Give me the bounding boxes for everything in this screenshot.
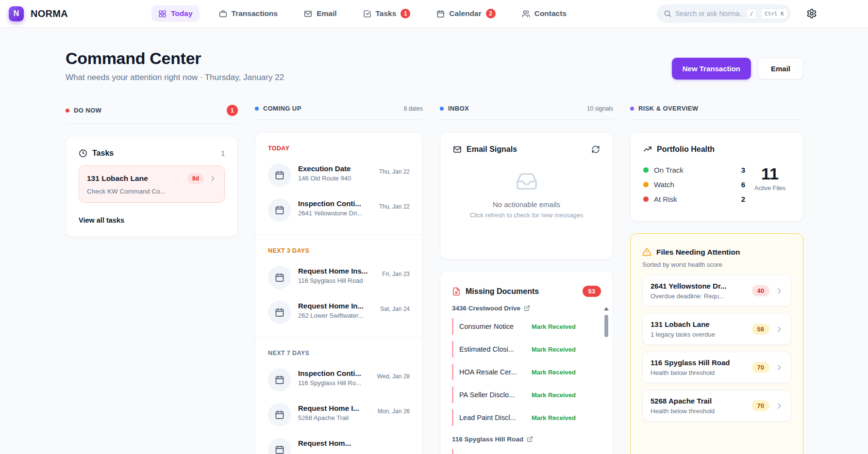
file-name: 131 Lobach Lane xyxy=(651,320,715,328)
do-now-header: DO NOW 1 xyxy=(66,105,238,124)
property-name: 3436 Crestwood Drive xyxy=(452,305,520,312)
search-input[interactable]: Search or ask Norma... / Ctrl K xyxy=(657,4,791,23)
mark-received-button[interactable]: Mark Received xyxy=(532,346,576,353)
event-row[interactable]: Request Home In... 262 Lower Swiftwater.… xyxy=(268,301,410,324)
nav-item-calendar[interactable]: Calendar 2 xyxy=(430,5,502,22)
brand[interactable]: N NORMA xyxy=(9,6,68,21)
brand-name: NORMA xyxy=(31,8,68,19)
event-date: Mon, Jan 26 xyxy=(378,403,410,415)
calendar-icon xyxy=(436,10,445,18)
view-all-tasks-link[interactable]: View all tasks xyxy=(79,216,225,224)
primary-nav: Today Transactions Email Tasks 1 Calenda… xyxy=(151,5,573,22)
scroll-up-arrow[interactable] xyxy=(604,307,609,310)
new-transaction-button[interactable]: New Transaction xyxy=(672,58,751,80)
nav-item-transactions[interactable]: Transactions xyxy=(212,5,285,22)
blue-dot-icon xyxy=(440,107,444,111)
event-row[interactable]: Inspection Conti... 116 Spyglass Hill Ro… xyxy=(268,368,410,391)
property-link[interactable]: 3436 Crestwood Drive xyxy=(452,305,601,312)
slash-key-hint: / xyxy=(746,8,757,19)
nav-label: Transactions xyxy=(232,9,278,18)
event-date: Thu, Jan 22 xyxy=(379,198,410,210)
event-date: Sat, Jan 24 xyxy=(380,301,410,312)
file-item[interactable]: 131 Lobach Lane 1 legacy tasks overdue 5… xyxy=(642,313,791,345)
event-row[interactable]: Execution Date 146 Old Route 940 Thu, Ja… xyxy=(268,163,410,187)
file-x-icon xyxy=(452,287,461,296)
green-dot-icon xyxy=(643,167,649,173)
tasks-card-title: Tasks xyxy=(92,149,114,158)
alert-triangle-icon xyxy=(642,247,651,257)
section-label-next-7-days: NEXT 7 DAYS xyxy=(268,350,410,357)
status-row-watch: Watch 6 xyxy=(643,180,745,189)
event-row-partial[interactable]: Request Hom... xyxy=(268,438,410,454)
inbox-column: INBOX 10 signals Email Signals No action… xyxy=(440,105,613,454)
event-property: 116 Spyglass Hill Ro... xyxy=(298,379,361,387)
ctrl-k-key-hint: Ctrl K xyxy=(761,8,788,19)
risk-overview-header: RISK & OVERVIEW xyxy=(630,105,803,120)
file-item[interactable]: 5268 Apache Trail Health below threshold… xyxy=(642,390,791,422)
chevron-right-icon xyxy=(775,287,783,295)
status-row-at-risk: At Risk 2 xyxy=(643,195,745,203)
header-actions: New Transaction Email xyxy=(672,58,803,80)
missing-documents-title: Missing Documents xyxy=(466,287,539,296)
do-now-count-badge: 1 xyxy=(227,105,238,116)
email-signals-header: Email Signals xyxy=(453,145,600,154)
mark-received-button[interactable]: Mark Received xyxy=(532,369,576,376)
task-subtitle: Check KW Command Co... xyxy=(87,188,217,195)
column-label: INBOX xyxy=(448,105,469,112)
mark-received-button[interactable]: Mark Received xyxy=(532,414,576,422)
scrollbar xyxy=(603,307,609,337)
scrollbar-thumb[interactable] xyxy=(604,315,608,337)
document-row: Consumer Notice Mark Received xyxy=(452,318,601,335)
refresh-button[interactable] xyxy=(591,145,600,154)
inbox-count: 10 signals xyxy=(587,105,613,112)
page-subtitle: What needs your attention right now · Th… xyxy=(66,73,284,82)
missing-documents-card: Missing Documents 53 3436 Crestwood Driv… xyxy=(440,271,613,454)
property-link[interactable]: 116 Spyglass Hill Road xyxy=(452,436,601,443)
mark-received-button[interactable]: Mark Received xyxy=(532,391,576,399)
event-property: 146 Old Route 940 xyxy=(298,175,351,182)
property-name: 116 Spyglass Hill Road xyxy=(452,436,523,443)
tasks-count: 1 xyxy=(221,149,225,157)
event-row[interactable]: Request Home I... 5268 Apache Trail Mon,… xyxy=(268,403,410,426)
portfolio-health-card: Portfolio Health On Track 3 Watch xyxy=(630,132,803,222)
top-nav: N NORMA Today Transactions Email Tasks 1… xyxy=(0,0,868,28)
nav-item-contacts[interactable]: Contacts xyxy=(515,5,573,22)
coming-up-column: COMING UP 8 dates TODAY Execution Date 1… xyxy=(255,105,423,454)
gear-icon[interactable] xyxy=(806,8,817,19)
active-files-total: 11 Active Files xyxy=(754,160,790,203)
task-title: 131 Lobach Lane xyxy=(87,174,183,183)
mail-icon xyxy=(453,145,462,154)
file-name: 116 Spyglass Hill Road xyxy=(651,358,730,367)
grid-icon xyxy=(158,10,167,18)
nav-item-today[interactable]: Today xyxy=(151,5,200,22)
document-name: PA Seller Disclo... xyxy=(459,391,515,399)
event-title: Request Home I... xyxy=(298,403,359,412)
email-button[interactable]: Email xyxy=(758,58,803,80)
trending-up-icon xyxy=(643,145,652,154)
task-row[interactable]: 131 Lobach Lane 8d Check KW Command Co..… xyxy=(79,165,225,203)
coming-up-card: TODAY Execution Date 146 Old Route 940 T… xyxy=(255,132,423,454)
divider xyxy=(255,337,422,337)
nav-label: Calendar xyxy=(449,9,481,18)
red-dot-icon xyxy=(66,109,69,113)
event-row[interactable]: Inspection Conti... 2641 Yellowstone Dri… xyxy=(268,198,410,222)
document-name: Lead Paint Discl... xyxy=(459,414,516,422)
norma-logo[interactable]: N xyxy=(9,6,24,21)
nav-label: Tasks xyxy=(376,9,397,18)
page-header: Command Center What needs your attention… xyxy=(66,49,803,82)
file-item[interactable]: 116 Spyglass Hill Road Health below thre… xyxy=(642,352,791,383)
status-value: 2 xyxy=(741,195,745,203)
file-item[interactable]: 2641 Yellowstone Dr... Overdue deadline:… xyxy=(642,275,791,307)
status-value: 6 xyxy=(741,180,745,189)
document-row: PA Seller Disclo... Mark Received xyxy=(452,387,601,403)
event-date: Wed, Jan 28 xyxy=(377,368,410,380)
section-label-next-3-days: NEXT 3 DAYS xyxy=(268,247,410,254)
nav-item-tasks[interactable]: Tasks 1 xyxy=(356,5,417,22)
document-name: Consumer Notice xyxy=(459,323,514,330)
event-row[interactable]: Request Home Ins... 116 Spyglass Hill Ro… xyxy=(268,266,410,289)
nav-item-email[interactable]: Email xyxy=(297,5,343,22)
mark-received-button[interactable]: Mark Received xyxy=(532,323,576,330)
empty-state: No actionable emails Click refresh to ch… xyxy=(453,170,600,219)
main: Command Center What needs your attention… xyxy=(0,28,868,454)
event-title: Request Hom... xyxy=(298,438,351,447)
